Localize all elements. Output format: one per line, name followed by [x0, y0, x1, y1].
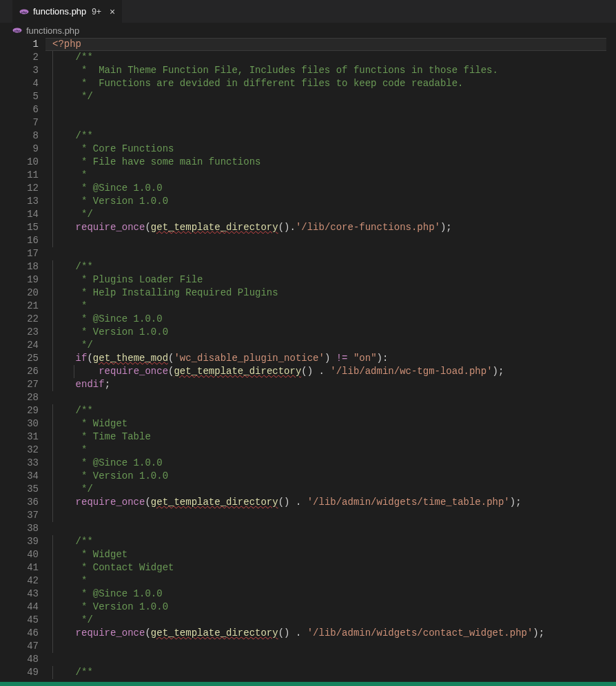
line-number[interactable]: 47	[12, 640, 39, 653]
line-number[interactable]: 29	[12, 404, 39, 417]
line-number[interactable]: 49	[12, 666, 39, 679]
code-line[interactable]: * @Since 1.0.0	[45, 182, 616, 195]
line-number[interactable]: 7	[12, 116, 39, 129]
line-number[interactable]: 27	[12, 378, 39, 391]
code-line[interactable]	[45, 509, 616, 522]
line-number[interactable]: 23	[12, 326, 39, 339]
code-line[interactable]: <?php	[45, 38, 616, 51]
line-number[interactable]: 17	[12, 247, 39, 260]
code-line[interactable]: * Functions are devided in different fil…	[45, 77, 616, 90]
line-number[interactable]: 26	[12, 365, 39, 378]
line-number[interactable]: 34	[12, 470, 39, 483]
code-line[interactable]: /**	[45, 260, 616, 273]
line-number[interactable]: 33	[12, 457, 39, 470]
code-line[interactable]: if(get_theme_mod('wc_disable_plugin_noti…	[45, 352, 616, 365]
close-icon[interactable]: ×	[110, 7, 115, 17]
statusbar[interactable]	[0, 682, 616, 686]
line-number[interactable]: 45	[12, 614, 39, 627]
code-line[interactable]	[45, 103, 616, 116]
line-number[interactable]: 42	[12, 574, 39, 588]
code-line[interactable]: * Help Installing Required Plugins	[45, 287, 616, 300]
line-number[interactable]: 14	[12, 208, 39, 221]
line-number[interactable]: 36	[12, 496, 39, 509]
line-number[interactable]: 5	[12, 90, 39, 103]
line-number[interactable]: 15	[12, 221, 39, 234]
line-number[interactable]: 18	[12, 260, 39, 273]
code-line[interactable]: * File have some main functions	[45, 156, 616, 169]
line-number[interactable]: 6	[12, 103, 39, 116]
line-number[interactable]: 44	[12, 601, 39, 614]
code-line[interactable]: * Core Functions	[45, 143, 616, 156]
code-line[interactable]: *	[45, 169, 616, 182]
line-number[interactable]: 16	[12, 234, 39, 247]
code-line[interactable]: /**	[45, 51, 616, 64]
code-line[interactable]: *	[45, 574, 616, 588]
line-number[interactable]: 9	[12, 143, 39, 156]
line-number[interactable]: 46	[12, 627, 39, 640]
line-number[interactable]: 21	[12, 300, 39, 313]
code-line[interactable]: * Version 1.0.0	[45, 601, 616, 614]
code-line[interactable]: /**	[45, 404, 616, 417]
code-line[interactable]: /**	[45, 129, 616, 143]
code-line[interactable]: * Time Table	[45, 430, 616, 444]
code-line[interactable]: * Plugins Loader File	[45, 273, 616, 287]
code-line[interactable]	[45, 391, 616, 404]
line-number[interactable]: 3	[12, 64, 39, 77]
line-number[interactable]: 4	[12, 77, 39, 90]
breadcrumb[interactable]: php functions.php	[0, 23, 616, 38]
line-number[interactable]: 20	[12, 287, 39, 300]
line-number[interactable]: 10	[12, 156, 39, 169]
line-number[interactable]: 1	[12, 38, 39, 51]
scrollbar[interactable]	[606, 38, 616, 686]
code-line[interactable]: * Contact Widget	[45, 561, 616, 574]
line-number[interactable]: 13	[12, 195, 39, 208]
line-number[interactable]: 2	[12, 51, 39, 64]
line-number[interactable]: 48	[12, 653, 39, 666]
code-line[interactable]: endif;	[45, 378, 616, 391]
code-line[interactable]	[45, 653, 616, 666]
code-line[interactable]: * Main Theme Function File, Includes fil…	[45, 64, 616, 77]
code-line[interactable]	[45, 247, 616, 260]
code-line[interactable]: * @Since 1.0.0	[45, 457, 616, 470]
code-line[interactable]: */	[45, 208, 616, 221]
line-number[interactable]: 22	[12, 313, 39, 326]
line-number[interactable]: 8	[12, 129, 39, 143]
line-number[interactable]: 19	[12, 273, 39, 287]
line-number[interactable]: 41	[12, 561, 39, 574]
code-line[interactable]: require_once(get_template_directory() . …	[45, 627, 616, 640]
code-line[interactable]: * Version 1.0.0	[45, 326, 616, 339]
line-number[interactable]: 40	[12, 548, 39, 561]
editor[interactable]: 1234567891011121314151617181920212223242…	[0, 38, 616, 686]
line-number[interactable]: 35	[12, 483, 39, 496]
code-line[interactable]: require_once(get_template_directory() . …	[45, 365, 616, 378]
code-line[interactable]	[45, 522, 616, 535]
line-number[interactable]: 12	[12, 182, 39, 195]
code-line[interactable]: require_once(get_template_directory() . …	[45, 496, 616, 509]
code-line[interactable]: /**	[45, 535, 616, 548]
code-line[interactable]: */	[45, 614, 616, 627]
line-number[interactable]: 31	[12, 430, 39, 444]
line-number[interactable]: 43	[12, 588, 39, 601]
code-line[interactable]: */	[45, 90, 616, 103]
minimap[interactable]	[606, 38, 616, 686]
code-line[interactable]: *	[45, 300, 616, 313]
code-line[interactable]: * Version 1.0.0	[45, 195, 616, 208]
code-line[interactable]: require_once(get_template_directory().'/…	[45, 221, 616, 234]
code-area[interactable]: <?php /** * Main Theme Function File, In…	[45, 38, 616, 686]
code-line[interactable]: */	[45, 483, 616, 496]
line-number[interactable]: 30	[12, 417, 39, 430]
line-number[interactable]: 28	[12, 391, 39, 404]
line-number[interactable]: 38	[12, 522, 39, 535]
code-line[interactable]: * @Since 1.0.0	[45, 588, 616, 601]
code-line[interactable]: */	[45, 339, 616, 352]
code-line[interactable]: * @Since 1.0.0	[45, 313, 616, 326]
line-number[interactable]: 25	[12, 352, 39, 365]
code-line[interactable]: * Widget	[45, 548, 616, 561]
code-line[interactable]	[45, 234, 616, 247]
line-number-gutter[interactable]: 1234567891011121314151617181920212223242…	[12, 38, 45, 686]
line-number[interactable]: 39	[12, 535, 39, 548]
line-number[interactable]: 37	[12, 509, 39, 522]
code-line[interactable]	[45, 116, 616, 129]
line-number[interactable]: 24	[12, 339, 39, 352]
code-line[interactable]: * Version 1.0.0	[45, 470, 616, 483]
